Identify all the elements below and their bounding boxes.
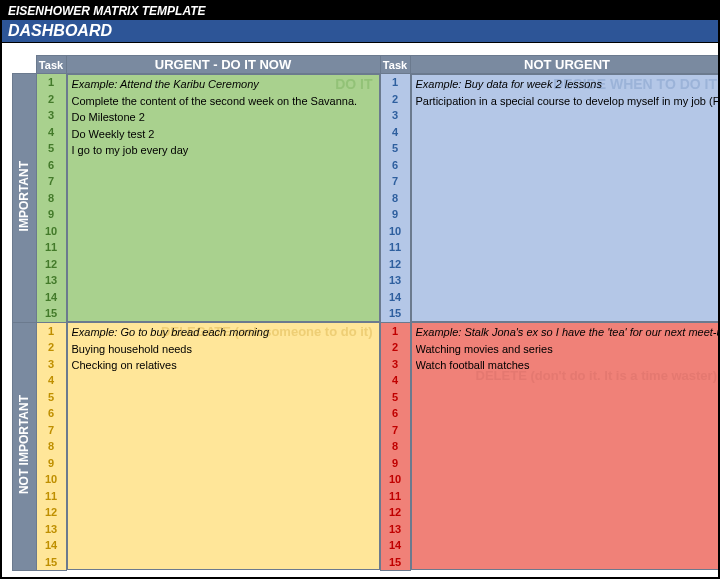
task-cell[interactable]: [416, 506, 720, 523]
task-cell[interactable]: [416, 423, 720, 440]
task-cell[interactable]: [416, 374, 720, 391]
task-cell[interactable]: [72, 225, 375, 242]
task-cell[interactable]: [72, 473, 375, 490]
row-number: 13: [37, 521, 66, 538]
task-cell[interactable]: [416, 522, 720, 539]
task-cell[interactable]: [72, 456, 375, 473]
task-cell[interactable]: [72, 374, 375, 391]
task-cell[interactable]: [72, 291, 375, 308]
task-cell[interactable]: [416, 126, 720, 143]
task-cell[interactable]: I go to my job every day: [72, 142, 375, 159]
task-cell[interactable]: [72, 274, 375, 291]
task-cell[interactable]: [416, 175, 720, 192]
task-cell[interactable]: [416, 407, 720, 424]
task-cell[interactable]: [416, 473, 720, 490]
row-number: 4: [37, 372, 66, 389]
row-number: 13: [381, 272, 410, 289]
row-important: IMPORTANT 123456789101112131415 DO IT Ex…: [2, 74, 720, 323]
dashboard-text: DASHBOARD: [8, 22, 112, 39]
task-cell[interactable]: [72, 192, 375, 209]
task-cell[interactable]: Do Weekly test 2: [72, 126, 375, 143]
row-number: 11: [381, 488, 410, 505]
task-cell[interactable]: [72, 489, 375, 506]
task-cell[interactable]: [72, 175, 375, 192]
row-number: 8: [381, 190, 410, 207]
task-cell[interactable]: Buying household needs: [72, 341, 375, 358]
task-cell[interactable]: Example: Attend the Karibu Ceremony: [72, 76, 375, 93]
row-number: 12: [381, 256, 410, 273]
row-number: 15: [381, 554, 410, 571]
task-cell[interactable]: [416, 291, 720, 308]
row-number: 10: [381, 471, 410, 488]
task-cell[interactable]: [72, 258, 375, 275]
task-cell[interactable]: [72, 555, 375, 570]
task-cell[interactable]: [416, 456, 720, 473]
row-number: 14: [381, 289, 410, 306]
dashboard-bar: DASHBOARD: [2, 20, 718, 43]
task-cell[interactable]: [416, 142, 720, 159]
task-cell[interactable]: [416, 241, 720, 258]
task-cell[interactable]: Participation in a special course to dev…: [416, 93, 720, 110]
task-cell[interactable]: Watch football matches: [416, 357, 720, 374]
numbers-q4: 123456789101112131415: [380, 322, 410, 571]
task-cell[interactable]: [72, 307, 375, 322]
row-number: 2: [37, 339, 66, 356]
row-number: 6: [37, 157, 66, 174]
row-number: 9: [37, 206, 66, 223]
task-cell[interactable]: [416, 258, 720, 275]
task-cell[interactable]: [416, 109, 720, 126]
task-cell[interactable]: [72, 423, 375, 440]
task-cell[interactable]: Example: Stalk Jona's ex so I have the '…: [416, 324, 720, 341]
row-number: 15: [37, 305, 66, 322]
task-cell[interactable]: Do Milestone 2: [72, 109, 375, 126]
task-cell[interactable]: [72, 159, 375, 176]
task-cell[interactable]: Example: Buy data for week 2 lessons: [416, 76, 720, 93]
quadrant-delegate: DELEGATE (ask someone to do it) Example:…: [66, 322, 380, 571]
row-number: 1: [37, 323, 66, 340]
task-cell[interactable]: [72, 407, 375, 424]
row-number: 9: [381, 455, 410, 472]
row-number: 5: [37, 389, 66, 406]
row-number: 3: [381, 356, 410, 373]
row-number: 5: [381, 140, 410, 157]
task-cell[interactable]: [416, 274, 720, 291]
row-number: 7: [381, 173, 410, 190]
task-cell[interactable]: [72, 241, 375, 258]
task-cell[interactable]: Checking on relatives: [72, 357, 375, 374]
header-task-right: Task: [380, 56, 410, 74]
task-cell[interactable]: [72, 522, 375, 539]
row-number: 14: [381, 537, 410, 554]
task-cell[interactable]: [416, 539, 720, 556]
task-cell[interactable]: [72, 539, 375, 556]
task-cell[interactable]: [416, 489, 720, 506]
row-number: 4: [381, 372, 410, 389]
task-cell[interactable]: [72, 506, 375, 523]
task-cell[interactable]: Example: Go to buy bread each morning: [72, 324, 375, 341]
row-number: 11: [381, 239, 410, 256]
task-cell[interactable]: [416, 159, 720, 176]
row-number: 4: [381, 124, 410, 141]
task-cell[interactable]: Complete the content of the second week …: [72, 93, 375, 110]
task-cell[interactable]: [416, 555, 720, 570]
task-cell[interactable]: Watching movies and series: [416, 341, 720, 358]
task-cell[interactable]: [416, 192, 720, 209]
matrix: Task URGENT - DO IT NOW Task NOT URGENT …: [2, 43, 718, 571]
task-cell[interactable]: [416, 225, 720, 242]
task-cell[interactable]: [72, 208, 375, 225]
task-cell[interactable]: [72, 440, 375, 457]
task-cell[interactable]: [416, 390, 720, 407]
matrix-table: Task URGENT - DO IT NOW Task NOT URGENT …: [2, 55, 720, 571]
row-number: 2: [37, 91, 66, 108]
task-cell[interactable]: [416, 307, 720, 322]
header-not-urgent: NOT URGENT: [410, 56, 720, 74]
task-cell[interactable]: [416, 440, 720, 457]
row-label-not-important: NOT IMPORTANT: [12, 322, 36, 571]
row-number: 14: [37, 537, 66, 554]
row-number: 13: [37, 272, 66, 289]
task-cell[interactable]: [72, 390, 375, 407]
row-number: 9: [381, 206, 410, 223]
row-number: 10: [37, 223, 66, 240]
quadrant-delete: DELETE (don't do it. It is a time waster…: [410, 322, 720, 571]
row-number: 12: [37, 504, 66, 521]
task-cell[interactable]: [416, 208, 720, 225]
